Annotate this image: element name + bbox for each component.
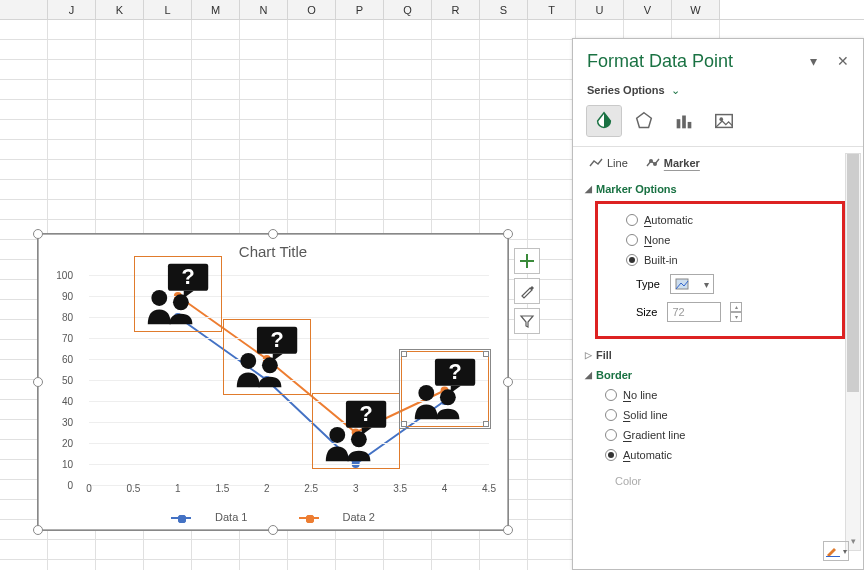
chart-legend[interactable]: Data 1 Data 2 [39, 511, 507, 523]
resize-handle[interactable] [503, 229, 513, 239]
marker-type-dropdown[interactable]: ▾ [670, 274, 714, 294]
column-headers: J K L M N O P Q R S T U V W [0, 0, 864, 20]
embedded-chart[interactable]: Chart Title 0102030405060708090100 ? ? ?… [38, 234, 508, 530]
chart-elements-button[interactable] [514, 248, 540, 274]
radio-solid-line[interactable]: Solid line [585, 405, 863, 425]
svg-point-29 [719, 117, 723, 121]
marker-tab[interactable]: Marker [646, 157, 700, 169]
radio-border-auto[interactable]: Automatic [585, 445, 863, 465]
series-options-label[interactable]: Series Options [587, 84, 665, 96]
size-category-icon[interactable] [667, 106, 701, 136]
radio-automatic[interactable]: Automatic [606, 210, 834, 230]
border-section[interactable]: ◢Border [585, 365, 863, 385]
marker-size-input[interactable] [667, 302, 721, 322]
radio-builtin[interactable]: Built-in [606, 250, 834, 270]
col-h[interactable]: R [432, 0, 480, 19]
picture-category-icon[interactable] [707, 106, 741, 136]
col-h[interactable]: P [336, 0, 384, 19]
radio-gradient-line[interactable]: Gradient line [585, 425, 863, 445]
col-h[interactable]: L [144, 0, 192, 19]
pane-close-button[interactable]: ✕ [837, 53, 849, 69]
col-h[interactable]: U [576, 0, 624, 19]
radio-none[interactable]: None [606, 230, 834, 250]
col-h[interactable]: J [48, 0, 96, 19]
format-data-point-pane: Format Data Point ▾ ✕ Series Options ⌄ L… [572, 38, 864, 570]
scrollbar-thumb[interactable] [847, 154, 859, 392]
chart-styles-button[interactable] [514, 278, 540, 304]
col-h[interactable]: S [480, 0, 528, 19]
effects-category-icon[interactable] [627, 106, 661, 136]
col-h[interactable]: M [192, 0, 240, 19]
size-spinner[interactable]: ▴▾ [730, 302, 742, 322]
line-tab[interactable]: Line [589, 157, 628, 169]
resize-handle[interactable] [503, 377, 513, 387]
pane-scrollbar[interactable]: ▴ ▾ [845, 153, 861, 551]
x-axis[interactable]: 00.511.522.533.544.5 [89, 483, 489, 499]
svg-point-30 [649, 159, 653, 163]
resize-handle[interactable] [503, 525, 513, 535]
col-h[interactable]: V [624, 0, 672, 19]
col-h[interactable]: W [672, 0, 720, 19]
color-label: Color [585, 465, 863, 487]
marker-options-section[interactable]: ◢Marker Options [585, 179, 863, 199]
chart-side-buttons [514, 248, 542, 338]
chevron-down-icon[interactable]: ⌄ [671, 84, 680, 96]
svg-rect-25 [677, 119, 681, 128]
category-icons [573, 98, 863, 147]
svg-rect-27 [688, 122, 692, 128]
radio-no-line[interactable]: No line [585, 385, 863, 405]
resize-handle[interactable] [268, 229, 278, 239]
type-label: Type [636, 278, 660, 290]
size-label: Size [636, 306, 657, 318]
chart-filters-button[interactable] [514, 308, 540, 334]
svg-rect-33 [826, 556, 840, 557]
pane-dropdown-icon[interactable]: ▾ [810, 53, 817, 69]
resize-handle[interactable] [33, 525, 43, 535]
col-h[interactable]: K [96, 0, 144, 19]
col-h[interactable] [0, 0, 48, 19]
svg-rect-26 [682, 116, 686, 129]
resize-handle[interactable] [33, 229, 43, 239]
plot-area[interactable]: ? ? ? ? [89, 275, 489, 485]
fill-section[interactable]: ▷Fill [585, 345, 863, 365]
y-axis[interactable]: 0102030405060708090100 [39, 275, 79, 485]
legend-item: Data 2 [343, 511, 375, 523]
marker-type-row: Type ▾ [606, 270, 834, 298]
marker-size-row: Size ▴▾ [606, 298, 834, 326]
col-h[interactable]: Q [384, 0, 432, 19]
resize-handle[interactable] [268, 525, 278, 535]
edit-color-button[interactable]: ▾ [823, 541, 849, 561]
col-h[interactable]: N [240, 0, 288, 19]
legend-item: Data 1 [215, 511, 247, 523]
fill-line-category-icon[interactable] [587, 106, 621, 136]
svg-point-31 [653, 162, 657, 166]
col-h[interactable]: T [528, 0, 576, 19]
svg-marker-24 [637, 113, 652, 128]
builtin-highlight-box: Automatic None Built-in Type ▾ Size ▴▾ [595, 201, 845, 339]
col-h[interactable]: O [288, 0, 336, 19]
